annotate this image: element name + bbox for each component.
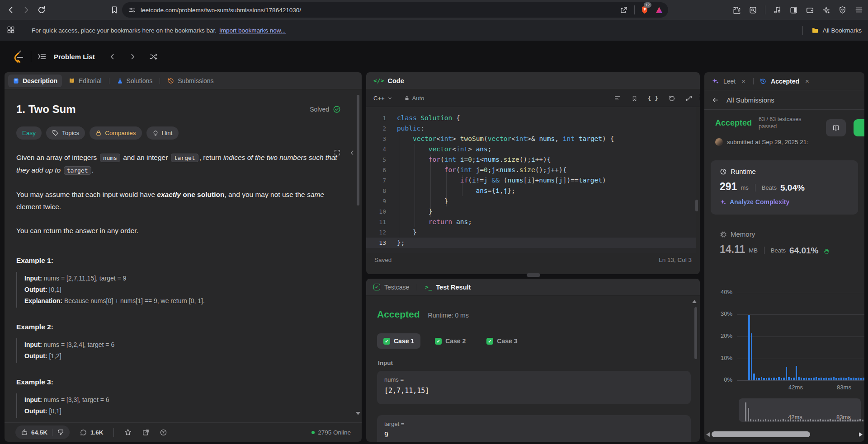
code-line[interactable]: 11 return ans;: [366, 217, 696, 227]
solution-book-button[interactable]: [826, 119, 846, 136]
code-line[interactable]: 8 ans={i,j};: [366, 186, 696, 196]
reset-code-icon[interactable]: [668, 95, 675, 102]
code-line[interactable]: 5 for(int i=0;i<nums.size();i++){: [366, 154, 696, 165]
code-line[interactable]: 2public:: [366, 123, 696, 134]
hint-tag[interactable]: Hint: [146, 126, 179, 140]
tab-description[interactable]: Description: [8, 75, 62, 87]
tab-editorial[interactable]: Editorial: [64, 75, 106, 87]
back-icon[interactable]: [6, 5, 15, 14]
tab-test-result[interactable]: Test Result: [436, 284, 471, 291]
apps-grid-icon[interactable]: [6, 25, 15, 34]
like-button[interactable]: 64.5K: [21, 429, 47, 436]
runtime-card[interactable]: Runtime 291 ms Beats 5.04% Analyze Compl…: [711, 160, 858, 215]
language-selector[interactable]: C++: [373, 95, 392, 102]
browser-toolbar: leetcode.com/problems/two-sum/submission…: [0, 0, 868, 20]
problem-list-label[interactable]: Problem List: [54, 53, 95, 61]
reader-mode-icon[interactable]: [749, 6, 757, 14]
code-lines[interactable]: 1class Solution {2public:3 vector<int> t…: [366, 113, 696, 248]
hscroll-thumb[interactable]: [712, 431, 810, 437]
site-settings-icon[interactable]: [128, 6, 136, 14]
code-line[interactable]: 7 if(i!=j && (nums[i]+nums[j])==target): [366, 175, 696, 186]
format-code-icon[interactable]: [613, 95, 621, 102]
code-line[interactable]: 12 }: [366, 227, 696, 238]
expand-editor-icon[interactable]: [685, 95, 693, 102]
url-text[interactable]: leetcode.com/problems/two-sum/submission…: [141, 7, 301, 14]
close-accepted-tab[interactable]: ×: [803, 77, 811, 85]
code-editor[interactable]: 1class Solution {2public:3 vector<int> t…: [366, 107, 696, 253]
media-icon[interactable]: [773, 6, 782, 14]
autocomplete-toggle[interactable]: Auto: [404, 95, 425, 102]
description-scrollbar[interactable]: [357, 95, 359, 206]
tab-solutions[interactable]: Solutions: [112, 75, 157, 87]
extensions-icon[interactable]: [732, 6, 741, 14]
code-line[interactable]: 10 }: [366, 206, 696, 217]
testcase-scrollbar[interactable]: [694, 307, 697, 359]
import-bookmarks-link[interactable]: Import bookmarks now...: [219, 27, 286, 34]
bookmark-icon[interactable]: [110, 5, 119, 15]
editor-statusbar: Saved Ln 13, Col 3: [374, 257, 692, 263]
topics-tag[interactable]: Topics: [46, 126, 85, 140]
tab-submissions[interactable]: Submissions: [163, 75, 218, 87]
memory-section[interactable]: Memory 14.11 MB Beats 64.01%: [720, 230, 855, 255]
close-leet-tab[interactable]: ×: [740, 77, 747, 85]
chart-bar: [840, 378, 842, 380]
help-icon[interactable]: [160, 429, 167, 436]
all-submissions-nav[interactable]: All Submissions: [704, 90, 864, 110]
code-line[interactable]: 13};: [366, 238, 696, 248]
reload-icon[interactable]: [37, 5, 46, 14]
distribution-brush[interactable]: 42ms 83ms: [737, 397, 864, 423]
leetcode-logo[interactable]: [13, 50, 24, 63]
code-line[interactable]: 3 vector<int> twoSum(vector<int>& nums, …: [366, 134, 696, 144]
tab-leet[interactable]: Leet: [723, 78, 736, 85]
code-line[interactable]: 6 for(int j=0;j<nums.size();j++){: [366, 165, 696, 175]
problem-list-icon[interactable]: [38, 52, 47, 61]
share-icon[interactable]: [620, 6, 628, 14]
shuffle-icon[interactable]: [149, 52, 158, 61]
case-button[interactable]: ✓Case 1: [377, 333, 420, 349]
companies-tag[interactable]: Companies: [90, 126, 142, 140]
favorite-star-icon[interactable]: [124, 428, 132, 436]
share-problem-icon[interactable]: [142, 429, 150, 436]
scroll-down-arrow[interactable]: [356, 412, 360, 415]
tab-testcase[interactable]: Testcase: [384, 284, 409, 291]
forward-icon[interactable]: [22, 5, 31, 14]
testcase-scroll-up[interactable]: [692, 300, 697, 303]
all-submissions-label: All Submissions: [726, 96, 774, 104]
comments-button[interactable]: 1.6K: [80, 429, 104, 436]
hscroll-left-arrow[interactable]: [706, 432, 710, 437]
code-line[interactable]: 9 }: [366, 196, 696, 206]
bookmark-code-icon[interactable]: [631, 95, 638, 102]
all-bookmarks-label: All Bookmarks: [823, 27, 862, 34]
testcase-field[interactable]: nums =[2,7,11,15]: [377, 371, 691, 404]
all-bookmarks-button[interactable]: All Bookmarks: [802, 20, 862, 41]
analyze-complexity-button[interactable]: Analyze Complexity: [720, 198, 849, 206]
vote-buttons[interactable]: 64.5K: [15, 425, 70, 439]
problem-content[interactable]: 1. Two Sum Solved Easy Topics Companies: [5, 90, 356, 422]
prev-problem-icon[interactable]: [108, 53, 116, 61]
line-number: 12: [366, 227, 386, 238]
panel-resize-handle[interactable]: [527, 273, 540, 277]
runtime-distribution-chart[interactable]: [748, 276, 864, 380]
code-line[interactable]: 4 vector<int> ans;: [366, 144, 696, 154]
vpn-shield-icon[interactable]: [838, 5, 847, 14]
sidebar-icon[interactable]: [789, 6, 798, 14]
menu-icon[interactable]: [854, 5, 863, 14]
tab-accepted[interactable]: Accepted: [771, 78, 799, 85]
difficulty-tag[interactable]: Easy: [16, 126, 42, 140]
case-button[interactable]: ✓Case 3: [480, 333, 524, 349]
brave-rewards-icon[interactable]: [655, 6, 664, 14]
chart-bar: [813, 378, 815, 380]
brush-bar: [745, 402, 746, 421]
snippets-icon[interactable]: { }: [648, 95, 658, 102]
wallet-icon[interactable]: [806, 6, 814, 14]
testcase-field[interactable]: target =9: [377, 415, 691, 442]
leo-ai-icon[interactable]: [822, 6, 830, 14]
brave-shield-icon[interactable]: 12: [640, 5, 649, 15]
url-bar[interactable]: leetcode.com/problems/two-sum/submission…: [122, 2, 668, 18]
hscroll-right-arrow[interactable]: [859, 432, 863, 437]
code-line[interactable]: 1class Solution {: [366, 113, 696, 123]
case-button[interactable]: ✓Case 2: [429, 333, 472, 349]
next-problem-icon[interactable]: [129, 53, 137, 61]
solution-action-button[interactable]: [854, 119, 864, 136]
thumbs-down-icon[interactable]: [57, 429, 64, 436]
